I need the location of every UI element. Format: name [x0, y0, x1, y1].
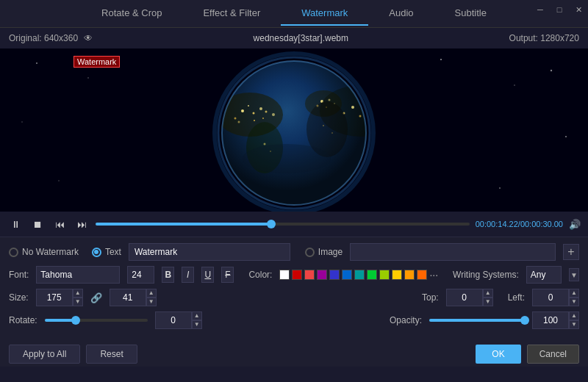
svg-point-38 — [359, 115, 362, 118]
svg-point-15 — [241, 109, 244, 112]
top-up[interactable]: ▲ — [483, 289, 493, 298]
swatch-red1[interactable] — [292, 270, 302, 280]
writing-systems-select[interactable]: Any Latin CJK Arabic — [526, 266, 562, 284]
swatch-green2[interactable] — [379, 270, 390, 280]
no-watermark-radio[interactable] — [9, 248, 18, 257]
more-colors-button[interactable]: ··· — [429, 269, 438, 281]
ok-button[interactable]: OK — [476, 345, 520, 364]
font-size-select[interactable]: 24 12 18 36 — [127, 266, 154, 284]
maximize-button[interactable]: □ — [550, 0, 569, 19]
tab-watermark[interactable]: Watermark — [281, 1, 368, 26]
writing-systems-dropdown-arrow[interactable]: ▼ — [569, 268, 579, 281]
svg-point-20 — [265, 111, 268, 113]
reset-button[interactable]: Reset — [86, 345, 137, 364]
no-watermark-option[interactable]: No Watermark — [9, 247, 79, 257]
swatch-blue2[interactable] — [342, 270, 352, 280]
size-label: Size: — [9, 292, 29, 303]
rotate-slider[interactable] — [45, 319, 148, 322]
link-dimensions-icon[interactable]: 🔗 — [90, 292, 102, 303]
next-button[interactable]: ⏭ — [74, 216, 90, 232]
writing-systems-label: Writing Systems: — [453, 270, 519, 280]
opacity-thumb — [520, 316, 529, 325]
size-height-up[interactable]: ▲ — [146, 289, 157, 298]
swatch-white[interactable] — [279, 270, 290, 280]
opacity-fill — [429, 319, 525, 322]
pause-button[interactable]: ⏸ — [7, 216, 24, 232]
tab-audio[interactable]: Audio — [368, 1, 434, 26]
top-stepper: ▲ ▼ — [483, 289, 493, 306]
swatch-blue1[interactable] — [329, 270, 340, 280]
size-width-down[interactable]: ▼ — [73, 298, 83, 306]
stop-button[interactable]: ⏹ — [29, 216, 46, 232]
output-resolution: Output: 1280x720 — [509, 33, 579, 43]
watermark-overlay[interactable]: Watermark — [74, 56, 120, 68]
rotate-stepper: ▲ ▼ — [192, 311, 202, 329]
volume-icon[interactable]: 🔊 — [569, 219, 581, 230]
size-width-stepper: ▲ ▼ — [73, 289, 83, 306]
eye-icon[interactable]: 👁 — [84, 33, 93, 43]
opacity-input[interactable] — [532, 311, 569, 329]
opacity-slider[interactable] — [429, 319, 525, 322]
tab-subtitle[interactable]: Subtitle — [434, 1, 507, 26]
image-path-input[interactable] — [350, 243, 556, 261]
opacity-spinner: ▲ ▼ — [532, 311, 579, 329]
size-height-input[interactable] — [110, 289, 146, 306]
size-height-stepper: ▲ ▼ — [146, 289, 157, 306]
swatch-red2[interactable] — [304, 270, 315, 280]
svg-point-6 — [58, 180, 60, 181]
swatch-orange[interactable] — [404, 270, 415, 280]
tab-effect[interactable]: Effect & Filter — [182, 1, 281, 26]
underline-button[interactable]: U — [201, 267, 214, 283]
size-width-input[interactable] — [36, 289, 73, 306]
top-input[interactable] — [446, 289, 483, 306]
swatch-yellow[interactable] — [392, 270, 402, 280]
minimize-button[interactable]: ─ — [531, 0, 550, 19]
progress-thumb — [267, 220, 276, 228]
size-width-spinner: ▲ ▼ — [36, 289, 83, 306]
swatch-orange2[interactable] — [417, 270, 427, 280]
progress-fill — [96, 223, 271, 226]
swatch-purple[interactable] — [317, 270, 327, 280]
top-label: Top: — [422, 292, 439, 303]
swatch-teal[interactable] — [354, 270, 365, 280]
font-label: Font: — [9, 270, 29, 280]
svg-point-4 — [514, 84, 515, 86]
left-input[interactable] — [532, 289, 569, 306]
add-image-button[interactable]: + — [563, 244, 579, 260]
svg-point-1 — [36, 62, 37, 64]
close-button[interactable]: ✕ — [569, 0, 588, 19]
prev-button[interactable]: ⏮ — [51, 216, 68, 232]
image-watermark-option[interactable]: Image — [305, 247, 343, 257]
color-swatches: ··· — [279, 269, 438, 281]
size-height-down[interactable]: ▼ — [146, 298, 157, 306]
watermark-text-input[interactable] — [129, 243, 290, 261]
top-down[interactable]: ▼ — [483, 298, 493, 306]
font-family-select[interactable]: Tahoma Arial Times New Roman — [36, 266, 120, 284]
tab-rotate[interactable]: Rotate & Crop — [81, 1, 182, 26]
opacity-stepper: ▲ ▼ — [569, 311, 579, 329]
color-label: Color: — [248, 270, 272, 280]
left-label: Left: — [508, 292, 525, 303]
svg-point-22 — [262, 118, 264, 119]
size-width-up[interactable]: ▲ — [73, 289, 83, 298]
image-watermark-radio[interactable] — [305, 248, 315, 257]
bottom-left-buttons: Apply to All Reset — [9, 345, 137, 364]
controls-panel: No Watermark Text Image + Font: Tahoma — [0, 237, 588, 340]
opacity-down[interactable]: ▼ — [569, 320, 579, 329]
text-watermark-option[interactable]: Text — [92, 247, 121, 257]
left-down[interactable]: ▼ — [569, 298, 579, 306]
rotate-input[interactable] — [155, 311, 192, 329]
apply-to-all-button[interactable]: Apply to All — [9, 345, 80, 364]
cancel-button[interactable]: Cancel — [527, 345, 579, 364]
text-watermark-radio[interactable] — [92, 248, 101, 257]
italic-button[interactable]: I — [182, 267, 194, 283]
left-up[interactable]: ▲ — [569, 289, 579, 298]
rotate-up[interactable]: ▲ — [192, 311, 202, 320]
opacity-up[interactable]: ▲ — [569, 311, 579, 320]
bold-button[interactable]: B — [162, 267, 174, 283]
swatch-green1[interactable] — [367, 270, 377, 280]
rotate-down[interactable]: ▼ — [192, 320, 202, 329]
strikethrough-button[interactable]: F — [221, 267, 234, 283]
progress-track[interactable] — [96, 223, 470, 226]
left-stepper: ▲ ▼ — [569, 289, 579, 306]
